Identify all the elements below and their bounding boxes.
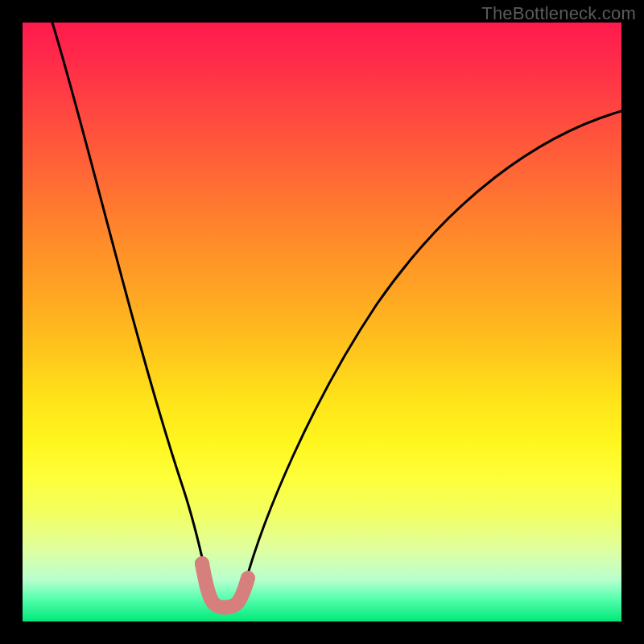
chart-plot-area xyxy=(23,23,621,621)
bottleneck-curve xyxy=(52,23,621,607)
watermark-text: TheBottleneck.com xyxy=(481,3,636,24)
highlight-segment xyxy=(202,564,248,608)
bottleneck-curve-svg xyxy=(23,23,621,621)
